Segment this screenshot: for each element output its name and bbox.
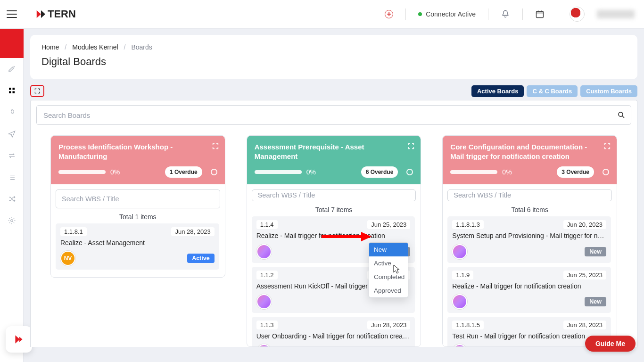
board-column: Process Identification Workshop - Manufa…: [50, 135, 225, 278]
item-footer: New: [452, 294, 606, 309]
cursor-icon: [393, 264, 400, 274]
sidebar-active-indicator: [0, 29, 24, 58]
item-date: Jun 28, 2023: [563, 321, 606, 329]
user-avatar[interactable]: [570, 7, 585, 22]
search-input[interactable]: [36, 105, 631, 125]
item-title: Realize - Mail trigger for notification …: [452, 282, 606, 290]
total-items: Total 1 items: [56, 213, 220, 221]
sidebar-item-edit[interactable]: [0, 58, 23, 80]
progress-bar: [255, 170, 302, 174]
radio-indicator[interactable]: [406, 169, 413, 175]
item-title: Realize - Asset Management: [60, 239, 215, 247]
dropdown-option-active[interactable]: Active: [369, 256, 408, 270]
sidebar-item-list[interactable]: [0, 166, 23, 188]
add-button[interactable]: +: [385, 10, 393, 18]
divider: [522, 8, 523, 20]
sidebar-item-flame[interactable]: [0, 101, 23, 123]
wbs-number: 1.1.8.1: [60, 227, 87, 236]
item-footer: New: [452, 244, 606, 259]
item-date: Jun 28, 2023: [367, 321, 410, 329]
item-top: 1.1.9 Jun 25, 2023: [452, 271, 606, 280]
assignee-avatar[interactable]: NV: [60, 251, 75, 266]
status-badge[interactable]: Active: [187, 254, 215, 263]
wbs-number: 1.1.8.1.3: [452, 220, 484, 229]
item-title: Test Run - Mail trigger for notification…: [452, 332, 606, 340]
svg-point-6: [619, 112, 623, 116]
board-body: Total 1 items 1.1.8.1 Jun 28, 2023 Reali…: [51, 184, 225, 277]
board-header: Process Identification Workshop - Manufa…: [51, 136, 225, 184]
status-badge[interactable]: New: [585, 297, 606, 306]
dropdown-option-completed[interactable]: Completed: [369, 270, 408, 284]
tab-cc-boards[interactable]: C & C Boards: [527, 85, 578, 97]
wbs-search-input[interactable]: [56, 189, 220, 208]
item-top: 1.1.4 Jun 25, 2023: [256, 220, 411, 229]
status-badge[interactable]: New: [585, 247, 606, 256]
left-sidebar: [0, 29, 24, 362]
board-tabs: Active Boards C & C Boards Custom Boards: [471, 85, 637, 97]
status-dot-icon: [418, 12, 422, 16]
dropdown-option-new[interactable]: New: [369, 243, 408, 256]
wbs-search-input[interactable]: [447, 189, 612, 202]
radio-indicator[interactable]: [211, 169, 217, 175]
items-scroll[interactable]: 1.1.8.1 Jun 28, 2023 Realize - Asset Man…: [56, 223, 220, 277]
sidebar-item-shuffle[interactable]: [0, 188, 23, 210]
sidebar-item-send[interactable]: [0, 123, 23, 145]
svg-rect-4: [12, 91, 15, 94]
bell-icon[interactable]: [501, 9, 510, 19]
breadcrumb-modules[interactable]: Modules Kernel: [72, 43, 118, 51]
expand-icon[interactable]: [407, 142, 415, 150]
dropdown-option-approved[interactable]: Approved: [369, 284, 408, 297]
tab-custom-boards[interactable]: Custom Boards: [580, 85, 637, 97]
page-title: Digital Boards: [41, 56, 626, 68]
svg-rect-2: [12, 88, 15, 90]
breadcrumb: Home / Modules Kernel / Boards: [41, 43, 626, 51]
tab-active-boards[interactable]: Active Boards: [471, 85, 524, 97]
expand-icon[interactable]: [603, 142, 611, 150]
board-item[interactable]: 1.1.8.1 Jun 28, 2023 Realize - Asset Man…: [56, 223, 219, 270]
board-container: Process Identification Workshop - Manufa…: [30, 100, 637, 347]
progress-bar: [450, 170, 497, 174]
breadcrumb-card: Home / Modules Kernel / Boards Digital B…: [30, 35, 637, 79]
status-dropdown[interactable]: New Active Completed Approved: [369, 242, 408, 298]
board-title: Process Identification Workshop - Manufa…: [58, 142, 217, 162]
svg-rect-1: [9, 88, 11, 90]
board-column: Core Configuration and Documentation - M…: [442, 135, 617, 347]
sidebar-item-grid[interactable]: [0, 80, 23, 101]
assignee-avatar[interactable]: [256, 344, 272, 346]
fullscreen-button[interactable]: [30, 85, 44, 97]
assignee-avatar[interactable]: [452, 294, 467, 309]
filter-row: Active Boards C & C Boards Custom Boards: [30, 85, 637, 97]
progress-percent: 0%: [110, 168, 120, 176]
assignee-avatar[interactable]: [452, 344, 467, 346]
board-item[interactable]: 1.1.3 Jun 28, 2023 User Onboarding - Mai…: [252, 317, 415, 346]
breadcrumb-home[interactable]: Home: [41, 43, 59, 51]
sidebar-item-settings[interactable]: [0, 210, 23, 231]
board-item[interactable]: 1.1.9 Jun 25, 2023 Realize - Mail trigge…: [447, 267, 611, 313]
annotation-arrow: [321, 231, 372, 242]
guide-me-button[interactable]: Guide Me: [585, 336, 636, 352]
wbs-number: 1.1.8.1.5: [452, 321, 484, 329]
item-top: 1.1.8.1.3 Jun 20, 2023: [452, 220, 606, 229]
total-items: Total 7 items: [252, 206, 416, 214]
board-stats: 0% 3 Overdue: [450, 166, 609, 178]
board-stats: 0% 1 Overdue: [58, 166, 217, 178]
svg-rect-0: [537, 11, 544, 17]
overdue-pill[interactable]: 6 Overdue: [361, 166, 398, 178]
connector-status[interactable]: Connector Active: [418, 10, 476, 18]
overdue-pill[interactable]: 1 Overdue: [165, 166, 202, 178]
expand-icon[interactable]: [212, 142, 219, 150]
assignee-avatar[interactable]: [452, 244, 467, 259]
wbs-search-input[interactable]: [252, 189, 416, 202]
board-header: Core Configuration and Documentation - M…: [443, 136, 617, 184]
assignee-avatar[interactable]: [256, 244, 272, 259]
overdue-pill[interactable]: 3 Overdue: [557, 166, 594, 178]
wbs-number: 1.1.4: [256, 220, 278, 229]
assignee-avatar[interactable]: [256, 294, 272, 309]
hamburger-menu[interactable]: [0, 10, 24, 18]
board-item[interactable]: 1.1.8.1.3 Jun 20, 2023 System Setup and …: [447, 216, 611, 263]
radio-indicator[interactable]: [603, 169, 609, 175]
calendar-icon[interactable]: [535, 9, 545, 19]
sidebar-item-sync[interactable]: [0, 145, 23, 166]
logo[interactable]: TERN: [35, 8, 76, 20]
items-scroll[interactable]: 1.1.8.1.3 Jun 20, 2023 System Setup and …: [447, 216, 612, 346]
